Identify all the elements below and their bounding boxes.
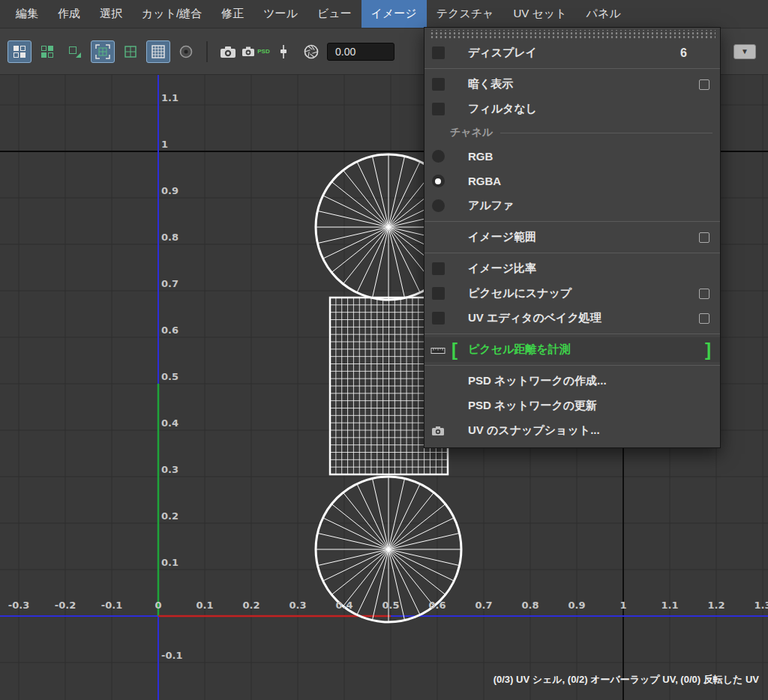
- canvas-line: [388, 549, 454, 581]
- menubar-item-cut-sew[interactable]: カット/縫合: [132, 0, 212, 28]
- axis-tick-label: 0.7: [161, 278, 178, 289]
- menu-item-unfiltered[interactable]: フィルタなし: [424, 97, 720, 121]
- menu-item-pixel-snap[interactable]: ピクセルにスナップ: [424, 281, 720, 306]
- uv-display-green-button[interactable]: [35, 40, 59, 63]
- canvas-line: [323, 549, 388, 581]
- menu-item-image-ratio[interactable]: イメージ比率: [424, 256, 720, 281]
- exposure-value-field[interactable]: [327, 43, 394, 61]
- axis-tick-label: 0.7: [475, 600, 492, 611]
- display-image-button[interactable]: [216, 40, 240, 63]
- axis-tick-label: 0.3: [289, 600, 306, 611]
- menu-item-label: イメージ比率: [468, 262, 536, 276]
- grid-brackets-icon: [94, 43, 111, 60]
- camera-icon: [219, 44, 237, 59]
- square-icon: [430, 311, 446, 326]
- axis-tick-label: 1.1: [161, 92, 178, 103]
- texture-borders-button[interactable]: [91, 40, 115, 63]
- menu-item-measure-pixel-distance[interactable]: [ピクセル距離を計測]: [424, 337, 720, 362]
- grid-outline-icon: [122, 43, 139, 60]
- menu-item-label: UV エディタのベイク処理: [468, 311, 602, 325]
- ruler-icon: [430, 343, 446, 357]
- menubar-item-panel[interactable]: パネル: [577, 0, 631, 28]
- axis-tick-label: 0.3: [161, 464, 178, 475]
- menu-item-label: イメージ範囲: [468, 230, 536, 244]
- slider-icon: [278, 43, 289, 61]
- axis-tick-label: 0.9: [161, 185, 178, 196]
- axis-tick-label: 0.5: [382, 600, 399, 611]
- menu-item-uv-snapshot[interactable]: UV のスナップショット...: [424, 418, 720, 443]
- menu-item-checkbox[interactable]: [699, 289, 710, 299]
- axis-tick-label: 0.4: [335, 600, 352, 611]
- canvas-line: [357, 162, 388, 227]
- axis-tick-label: 0.4: [161, 417, 178, 429]
- pixel-grid-button[interactable]: [146, 40, 170, 63]
- menubar-item-tools[interactable]: ツール: [254, 0, 308, 28]
- square-icon: [430, 262, 446, 277]
- menu-item-label: アルファ: [468, 199, 514, 213]
- aperture-button[interactable]: [299, 40, 323, 63]
- radio-off-icon: [430, 149, 446, 164]
- canvas-line: [388, 484, 420, 549]
- axis-tick-label: 0.8: [521, 600, 538, 611]
- square-icon: [430, 286, 446, 301]
- axis-tick-label: -0.1: [101, 600, 122, 611]
- menu-item-alpha[interactable]: アルファ: [424, 193, 720, 218]
- uv-status-text: (0/3) UV シェル, (0/2) オーバーラップ UV, (0/0) 反転…: [494, 673, 759, 687]
- axis-tick-label: -0.3: [8, 600, 29, 611]
- active-bracket-right: ]: [700, 339, 716, 361]
- grid-dense-icon: [150, 43, 166, 60]
- exposure-slider-button[interactable]: [272, 40, 296, 63]
- menubar-item-uv-set[interactable]: UV セット: [503, 0, 576, 28]
- menubar-item-view[interactable]: ビュー: [308, 0, 362, 28]
- panel-menu-dropdown-button[interactable]: ▼: [734, 44, 756, 59]
- menu-item-checkbox[interactable]: [699, 232, 710, 243]
- canvas-line: [388, 162, 420, 227]
- canvas-line: [323, 518, 388, 549]
- menu-item-display[interactable]: ディスプレイ6: [424, 40, 720, 65]
- menubar-item-texture[interactable]: テクスチャ: [427, 0, 504, 28]
- menubar-item-modify[interactable]: 修正: [212, 0, 254, 28]
- menu-item-update-psd-network[interactable]: PSD ネットワークの更新: [424, 393, 720, 418]
- menu-item-value: 6: [680, 46, 687, 60]
- image-dropdown-menu: ディスプレイ6暗く表示フィルタなしチャネルRGBRGBAアルファイメージ範囲イメ…: [424, 27, 721, 448]
- menubar-item-image[interactable]: イメージ: [362, 0, 427, 28]
- menu-item-rgb[interactable]: RGB: [424, 144, 720, 169]
- grid-toggle-button[interactable]: [118, 40, 142, 63]
- axis-tick-label: 1.1: [661, 600, 678, 611]
- menu-item-label: ピクセル距離を計測: [468, 343, 571, 357]
- menubar-item-select[interactable]: 選択: [90, 0, 132, 28]
- shade-uvs-button[interactable]: [174, 40, 198, 63]
- menu-item-image-range[interactable]: イメージ範囲: [424, 225, 720, 250]
- menu-item-uv-editor-baking[interactable]: UV エディタのベイク処理: [424, 306, 720, 331]
- square-icon: [430, 102, 446, 117]
- section-divider: [500, 133, 712, 133]
- menu-item-rgba[interactable]: RGBA: [424, 169, 720, 193]
- camera-icon: [430, 423, 446, 438]
- axis-tick-label: 0.6: [161, 325, 178, 336]
- uv-display-solid-button[interactable]: [8, 40, 32, 63]
- axis-tick-label: 0.2: [242, 600, 260, 611]
- square-triangle-icon: [67, 43, 83, 60]
- menu-tearoff-handle[interactable]: [429, 30, 716, 40]
- axis-tick-label: 0.8: [161, 232, 178, 243]
- menu-item-dim-image[interactable]: 暗く表示: [424, 72, 720, 97]
- menu-separator: [424, 68, 720, 69]
- menu-item-create-psd-network[interactable]: PSD ネットワークの作成...: [424, 369, 720, 393]
- menu-item-checkbox[interactable]: [699, 79, 710, 90]
- axis-tick-label: -0.2: [55, 600, 76, 611]
- axis-tick-label: 0.5: [161, 371, 178, 382]
- menubar-item-edit[interactable]: 編集: [6, 0, 48, 28]
- psd-label: PSD: [257, 48, 269, 55]
- menu-separator: [424, 253, 720, 253]
- uv-distortion-button[interactable]: [63, 40, 87, 63]
- menu-item-label: UV のスナップショット...: [468, 423, 600, 438]
- menu-separator: [424, 334, 720, 334]
- axis-tick-label: 0.9: [568, 600, 585, 611]
- menubar-item-create[interactable]: 作成: [48, 0, 90, 28]
- canvas-line: [388, 227, 420, 292]
- menu-item-checkbox[interactable]: [699, 313, 710, 324]
- menu-item-label: PSD ネットワークの更新: [468, 399, 597, 413]
- update-psd-button[interactable]: PSD: [244, 40, 268, 63]
- menu-item-label: 暗く表示: [468, 77, 513, 91]
- camera-psd-icon: [242, 45, 256, 58]
